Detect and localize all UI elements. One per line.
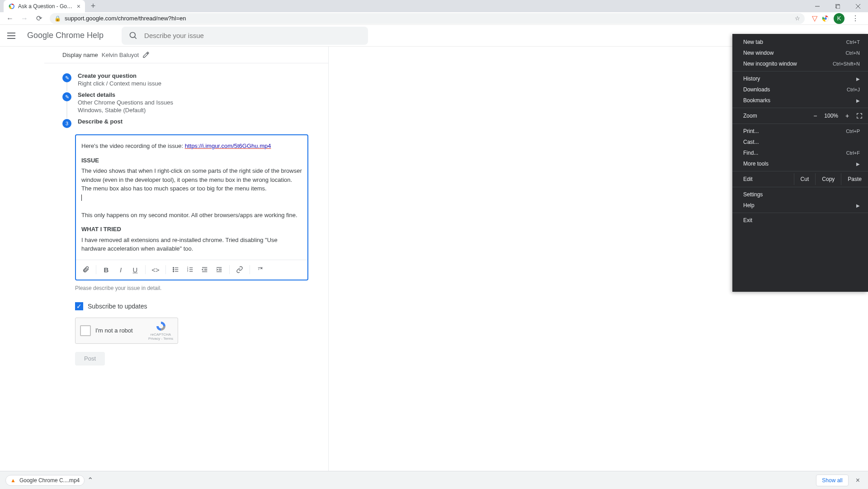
omnibox[interactable]: 🔒 support.google.com/chrome/thread/new?h… xyxy=(50,13,805,24)
tab-close-icon[interactable]: × xyxy=(77,3,80,10)
bookmark-star-icon[interactable]: ☆ xyxy=(795,15,800,22)
menu-downloads[interactable]: DownloadsCtrl+J xyxy=(732,84,868,95)
editor-heading: ISSUE xyxy=(81,156,302,165)
text-cursor xyxy=(81,195,82,201)
description-editor[interactable]: Here's the video recording of the issue:… xyxy=(75,134,308,280)
menu-cut[interactable]: Cut xyxy=(794,173,816,185)
subscribe-row[interactable]: ✓ Subscribe to updates xyxy=(75,302,328,310)
editor-heading: WHAT I TRIED xyxy=(81,225,302,234)
chrome-extension-icon[interactable] xyxy=(822,15,829,22)
vertical-divider xyxy=(328,47,329,489)
chevron-right-icon: ▶ xyxy=(856,161,860,166)
google-favicon xyxy=(8,3,15,10)
zoom-in-button[interactable]: + xyxy=(843,112,852,119)
help-search-box[interactable] xyxy=(122,27,368,45)
display-name-row: Display name Kelvin Baluyot xyxy=(44,47,328,63)
hamburger-icon[interactable] xyxy=(7,30,18,41)
editor-content[interactable]: Here's the video recording of the issue:… xyxy=(76,135,307,260)
menu-edit: Edit Cut Copy Paste xyxy=(732,173,868,185)
address-bar: ← → ⟳ 🔒 support.google.com/chrome/thread… xyxy=(0,12,868,25)
svg-point-11 xyxy=(173,267,174,268)
help-search-input[interactable] xyxy=(144,32,361,39)
link-icon[interactable] xyxy=(233,263,246,276)
zoom-value: 100% xyxy=(824,113,838,119)
editor-text: The video shows that when I right-click … xyxy=(81,167,302,192)
step-select-details[interactable]: Select details Other Chrome Questions an… xyxy=(62,91,328,114)
menu-find[interactable]: Find...Ctrl+F xyxy=(732,147,868,158)
menu-history[interactable]: History▶ xyxy=(732,73,868,84)
step-badge-done-icon xyxy=(62,73,71,82)
recaptcha-text: I'm not a robot xyxy=(95,327,144,334)
reload-button[interactable]: ⟳ xyxy=(33,12,45,25)
window-controls xyxy=(807,0,868,12)
step-subtitle: Other Chrome Questions and Issues xyxy=(78,99,173,106)
menu-cast[interactable]: Cast... xyxy=(732,137,868,147)
recaptcha-checkbox[interactable] xyxy=(80,325,91,336)
maximize-button[interactable] xyxy=(827,0,848,12)
indent-icon[interactable] xyxy=(213,263,226,276)
underline-icon[interactable]: U xyxy=(129,263,142,276)
chevron-right-icon: ▶ xyxy=(856,203,860,208)
download-item[interactable]: ▲ Google Chrome C....mp4 xyxy=(5,475,85,486)
step-title: Describe & post xyxy=(78,118,123,125)
editor-helper-text: Please describe your issue in detail. xyxy=(75,285,328,291)
menu-new-tab[interactable]: New tabCtrl+T xyxy=(732,37,868,47)
svg-point-9 xyxy=(130,32,136,38)
bulleted-list-icon[interactable] xyxy=(170,263,182,276)
new-tab-button[interactable]: + xyxy=(87,0,99,13)
close-shelf-icon[interactable]: × xyxy=(853,476,863,484)
italic-icon[interactable]: I xyxy=(114,263,127,276)
back-button[interactable]: ← xyxy=(4,12,16,25)
svg-line-10 xyxy=(135,37,137,38)
browser-tab[interactable]: Ask a Question - Google Chrome × xyxy=(4,0,85,12)
step-title: Select details xyxy=(78,91,173,98)
menu-help[interactable]: Help▶ xyxy=(732,200,868,211)
code-icon[interactable]: <> xyxy=(149,263,162,276)
editor-toolbar: B I U <> 123 T xyxy=(76,260,307,280)
download-options-icon[interactable]: ⌃ xyxy=(85,476,96,484)
vlc-icon: ▲ xyxy=(10,477,16,484)
menu-settings[interactable]: Settings xyxy=(732,189,868,200)
profile-avatar[interactable]: K xyxy=(834,13,844,24)
search-icon xyxy=(129,31,138,40)
fullscreen-icon[interactable] xyxy=(856,113,863,119)
forward-button[interactable]: → xyxy=(18,12,31,25)
menu-more-tools[interactable]: More tools▶ xyxy=(732,158,868,169)
subscribe-label: Subscribe to updates xyxy=(88,303,147,310)
outdent-icon[interactable] xyxy=(198,263,211,276)
show-all-downloads-button[interactable]: Show all xyxy=(816,475,848,486)
menu-new-incognito[interactable]: New incognito windowCtrl+Shift+N xyxy=(732,58,868,69)
svg-text:3: 3 xyxy=(187,270,189,272)
step-subtitle: Right click / Context menu issue xyxy=(78,80,161,87)
menu-zoom: Zoom − 100% + xyxy=(732,110,868,122)
chevron-right-icon: ▶ xyxy=(856,98,860,103)
menu-paste[interactable]: Paste xyxy=(841,173,868,185)
menu-copy[interactable]: Copy xyxy=(815,173,841,185)
bold-icon[interactable]: B xyxy=(100,263,113,276)
clear-format-icon[interactable]: T xyxy=(254,263,266,276)
minimize-button[interactable] xyxy=(807,0,827,12)
chrome-menu-button[interactable]: ⋮ xyxy=(849,14,862,23)
post-button[interactable]: Post xyxy=(75,352,105,366)
zoom-out-button[interactable]: − xyxy=(811,112,820,119)
numbered-list-icon[interactable]: 123 xyxy=(184,263,197,276)
url-text: support.google.com/chrome/thread/new?hl=… xyxy=(65,15,186,22)
menu-new-window[interactable]: New windowCtrl+N xyxy=(732,47,868,58)
menu-exit[interactable]: Exit xyxy=(732,215,868,226)
edit-icon[interactable] xyxy=(142,51,150,58)
menu-print[interactable]: Print...Ctrl+P xyxy=(732,126,868,137)
step-badge-done-icon xyxy=(62,92,71,101)
recaptcha-widget[interactable]: I'm not a robot reCAPTCHA Privacy - Term… xyxy=(75,318,178,344)
video-link[interactable]: https://i.imgur.com/5t6GGhu.mp4 xyxy=(185,142,271,149)
menu-bookmarks[interactable]: Bookmarks▶ xyxy=(732,95,868,106)
svg-text:T: T xyxy=(258,266,261,271)
svg-rect-4 xyxy=(836,5,840,9)
close-window-button[interactable] xyxy=(848,0,868,12)
brave-shield-icon[interactable]: ▽ xyxy=(812,14,817,23)
checkbox-checked-icon[interactable]: ✓ xyxy=(75,302,83,310)
tab-title: Ask a Question - Google Chrome xyxy=(18,3,74,9)
recaptcha-logo: reCAPTCHA Privacy - Terms xyxy=(148,321,173,341)
step-create-question[interactable]: Create your question Right click / Conte… xyxy=(62,72,328,87)
attach-icon[interactable] xyxy=(80,263,92,276)
chevron-right-icon: ▶ xyxy=(856,76,860,81)
